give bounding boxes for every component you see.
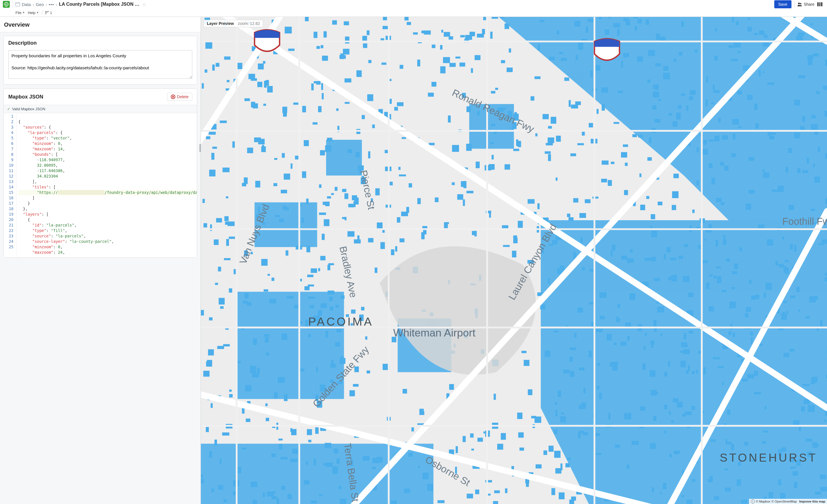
svg-rect-267	[577, 307, 583, 313]
breadcrumb-ellipsis[interactable]: •••	[49, 2, 54, 7]
svg-rect-465	[806, 439, 812, 442]
svg-rect-211	[751, 337, 753, 344]
delete-button[interactable]: Delete	[167, 93, 192, 101]
menu-help[interactable]: Help▼	[28, 11, 39, 15]
svg-rect-540	[608, 180, 612, 186]
svg-rect-819	[732, 287, 735, 289]
svg-rect-909	[220, 458, 222, 464]
svg-rect-898	[655, 85, 659, 90]
app-icon[interactable]	[3, 1, 10, 8]
svg-rect-1252	[750, 332, 753, 336]
svg-rect-489	[794, 100, 800, 105]
svg-rect-888	[807, 158, 809, 164]
svg-point-3	[798, 3, 800, 4]
attr-osm[interactable]: © OpenStreetMap	[771, 500, 797, 503]
svg-rect-780	[651, 257, 656, 261]
svg-rect-57	[779, 264, 783, 268]
svg-rect-385	[367, 371, 370, 374]
svg-rect-828	[477, 111, 480, 115]
svg-rect-1197	[368, 60, 371, 63]
svg-rect-1076	[286, 250, 289, 256]
share-button[interactable]: Share	[797, 2, 814, 7]
svg-rect-765	[332, 466, 338, 473]
svg-rect-912	[267, 86, 273, 93]
svg-rect-1181	[650, 390, 657, 395]
svg-rect-396	[608, 17, 612, 18]
improve-map-link[interactable]: Improve this map	[799, 500, 825, 503]
svg-rect-188	[317, 46, 320, 49]
svg-rect-726	[302, 171, 306, 178]
attr-mapbox[interactable]: © Mapbox	[756, 500, 770, 503]
svg-rect-1121	[824, 419, 826, 422]
svg-rect-557	[242, 448, 246, 450]
info-icon[interactable]: i	[751, 499, 755, 503]
svg-rect-162	[282, 153, 285, 158]
svg-rect-1045	[244, 177, 248, 184]
svg-rect-947	[704, 143, 706, 145]
svg-rect-1228	[570, 347, 576, 350]
code-content[interactable]: { "sources": { "la-parcels": { "type": "…	[16, 113, 197, 258]
svg-rect-1001	[341, 295, 344, 299]
layer-preview-badge: Layer Preview zoom: 12.62	[204, 20, 263, 27]
svg-rect-1359	[692, 479, 695, 482]
svg-rect-1265	[724, 468, 728, 470]
svg-rect-229	[209, 451, 212, 458]
svg-rect-1450	[274, 158, 277, 160]
svg-rect-1049	[711, 439, 716, 442]
svg-rect-1547	[808, 405, 815, 412]
map-panel[interactable]: Layer Preview zoom: 12.62	[201, 17, 827, 504]
save-button[interactable]: Save	[774, 0, 791, 8]
svg-rect-24	[645, 333, 647, 336]
svg-rect-755	[348, 204, 354, 207]
svg-rect-843	[494, 394, 496, 400]
svg-rect-604	[597, 363, 600, 366]
svg-rect-448	[709, 139, 714, 142]
svg-rect-1488	[556, 31, 559, 35]
svg-rect-460	[536, 464, 542, 468]
breadcrumb-geo[interactable]: Geo	[36, 2, 44, 7]
breadcrumb-data[interactable]: Data	[22, 2, 31, 7]
zoom-label: zoom: 12.62	[238, 21, 260, 26]
svg-rect-967	[554, 451, 561, 458]
svg-rect-832	[446, 222, 449, 224]
svg-rect-613	[395, 246, 397, 252]
svg-rect-237	[583, 388, 585, 394]
svg-rect-683	[614, 122, 619, 124]
svg-rect-1465	[727, 410, 730, 415]
svg-rect-98	[764, 293, 766, 298]
svg-rect-929	[243, 301, 248, 303]
svg-rect-1071	[244, 98, 250, 101]
branch-icon	[45, 11, 49, 15]
menu-file[interactable]: File▼	[15, 11, 25, 15]
svg-rect-1073	[317, 81, 321, 85]
svg-rect-1284	[380, 242, 385, 249]
svg-rect-979	[399, 238, 404, 242]
svg-rect-354	[570, 154, 576, 156]
svg-rect-545	[552, 240, 557, 244]
svg-rect-84	[748, 190, 755, 193]
code-editor[interactable]: 1234567891011121314151617181920212223242…	[4, 113, 197, 258]
svg-rect-1266	[344, 78, 351, 82]
svg-rect-973	[655, 63, 661, 66]
branch-indicator[interactable]: 1	[45, 11, 52, 15]
star-icon[interactable]: ☆	[142, 2, 146, 7]
svg-rect-1235	[618, 304, 620, 309]
svg-rect-1473	[560, 416, 566, 423]
description-textarea[interactable]	[8, 50, 192, 79]
overview-heading: Overview	[0, 17, 201, 32]
svg-rect-1172	[308, 284, 314, 286]
svg-rect-1041	[718, 366, 724, 368]
svg-rect-1042	[802, 116, 805, 122]
svg-rect-1241	[618, 91, 623, 93]
svg-rect-133	[368, 94, 373, 101]
svg-rect-1324	[440, 45, 442, 50]
svg-rect-1113	[285, 26, 292, 34]
map-canvas[interactable]: Ronald Reagan Fwy Golden State Fwy Footh…	[201, 17, 827, 504]
left-scroll[interactable]: Description Mapbox JSON Delete ✓ Valid M…	[0, 32, 201, 504]
svg-rect-1149	[310, 501, 317, 503]
svg-rect-988	[696, 370, 698, 374]
svg-rect-1317	[686, 105, 689, 111]
layout-columns-icon[interactable]	[817, 2, 822, 6]
svg-rect-1341	[338, 486, 341, 489]
svg-rect-689	[340, 358, 345, 364]
